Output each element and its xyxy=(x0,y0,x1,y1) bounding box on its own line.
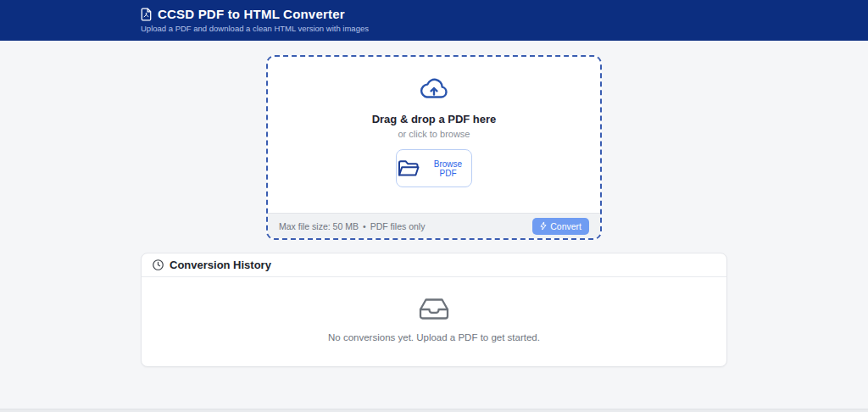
window-bottom-edge xyxy=(0,409,868,412)
pdf-dropzone[interactable]: Drag & drop a PDF here or click to brows… xyxy=(266,55,602,240)
history-empty-state: No conversions yet. Upload a PDF to get … xyxy=(142,277,726,366)
dropzone-body: Drag & drop a PDF here or click to brows… xyxy=(268,57,600,213)
conversion-history-card: Conversion History No conversions yet. U… xyxy=(141,253,727,367)
dropzone-subtext: or click to browse xyxy=(398,129,470,139)
dropzone-footer: Max file size: 50 MB • PDF files only Co… xyxy=(268,213,600,238)
page-title: CCSD PDF to HTML Converter xyxy=(158,7,345,21)
convert-button[interactable]: Convert xyxy=(532,218,589,235)
lightning-bolt-icon xyxy=(540,221,547,231)
history-title: Conversion History xyxy=(170,259,271,271)
dropzone-heading: Drag & drop a PDF here xyxy=(372,113,497,125)
browse-pdf-label: Browse PDF xyxy=(425,159,471,178)
max-file-size-text: Max file size: 50 MB xyxy=(279,221,359,231)
convert-button-label: Convert xyxy=(550,221,581,231)
empty-state-message: No conversions yet. Upload a PDF to get … xyxy=(328,332,540,342)
file-type-text: PDF files only xyxy=(370,221,426,231)
header-container: CCSD PDF to HTML Converter Upload a PDF … xyxy=(141,0,727,33)
upload-limits-text: Max file size: 50 MB • PDF files only xyxy=(279,221,425,231)
pdf-file-icon xyxy=(141,8,152,21)
history-header: Conversion History xyxy=(142,253,726,277)
browse-pdf-button[interactable]: Browse PDF xyxy=(396,149,472,187)
clock-icon xyxy=(153,259,164,270)
folder-icon xyxy=(397,159,420,179)
page-subtitle: Upload a PDF and download a clean HTML v… xyxy=(141,24,727,33)
cloud-upload-icon xyxy=(418,76,450,102)
app-header: CCSD PDF to HTML Converter Upload a PDF … xyxy=(0,0,868,41)
bullet-separator: • xyxy=(363,221,366,231)
inbox-icon xyxy=(418,296,450,321)
